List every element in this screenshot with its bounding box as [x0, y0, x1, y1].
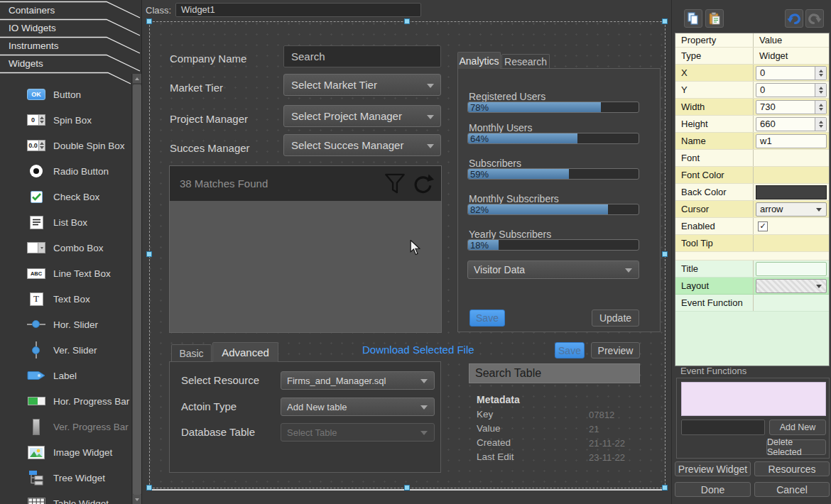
tool-tip-value-cell[interactable]: [754, 235, 829, 251]
resize-handle-top-right[interactable]: [662, 18, 668, 24]
copy-button[interactable]: [684, 9, 702, 28]
x-spinbox[interactable]: 0: [756, 66, 827, 80]
scroll-up-icon[interactable]: [133, 74, 141, 83]
palette-item-table-widget[interactable]: Table Widget: [0, 491, 130, 504]
enabled-checkbox[interactable]: ✓: [758, 221, 768, 231]
select-resource-combobox[interactable]: Firms_and_Manager.sql: [281, 371, 435, 390]
category-tab-widgets[interactable]: Widgets: [9, 57, 43, 70]
category-tab-io-widgets[interactable]: IO Widgets: [9, 22, 56, 34]
palette-item-vertical-progress-bar[interactable]: Ver. Progress Bar: [0, 414, 130, 439]
palette-item-check-box[interactable]: Check Box: [0, 184, 130, 209]
tab-advanced[interactable]: Advanced: [212, 342, 278, 362]
resize-handle-middle-right[interactable]: [662, 251, 668, 257]
list-box-icon: [27, 214, 45, 231]
matches-status-text: 38 Matches Found: [180, 177, 268, 190]
database-table-label: Database Table: [181, 426, 255, 438]
palette-item-double-spin-box[interactable]: 0.0 Double Spin Box: [0, 133, 130, 158]
class-name-input[interactable]: Widget1: [175, 3, 421, 17]
tab-label: Analytics: [459, 55, 499, 67]
analytics-save-button[interactable]: Save: [469, 309, 505, 327]
done-button[interactable]: Done: [675, 482, 751, 497]
palette-item-horizontal-progress-bar[interactable]: Hor. Progress Bar: [0, 388, 130, 414]
tab-basic[interactable]: Basic: [171, 344, 212, 361]
paste-button[interactable]: [705, 9, 724, 28]
palette-item-combo-box[interactable]: Combo Box: [0, 235, 130, 261]
width-spinbox[interactable]: 730: [756, 100, 827, 114]
palette-item-button[interactable]: OK Button: [0, 82, 130, 107]
update-button[interactable]: Update: [592, 309, 639, 327]
palette-item-spin-box[interactable]: 0 Spin Box: [0, 107, 130, 133]
height-spinbox[interactable]: 660: [756, 117, 827, 131]
name-field[interactable]: w1: [756, 134, 827, 148]
palette-item-horizontal-slider[interactable]: Hor. Slider: [0, 312, 130, 337]
palette-item-label: Label: [53, 371, 77, 381]
event-function-value-cell[interactable]: [754, 295, 829, 311]
preview-widget-button[interactable]: Preview Widget: [675, 461, 751, 476]
y-spinbox[interactable]: 0: [756, 83, 827, 97]
scroll-down-icon[interactable]: [133, 495, 141, 504]
succes-manager-combobox[interactable]: Select Succes Manager: [283, 134, 441, 156]
spin-arrows-icon[interactable]: [815, 84, 826, 97]
layout-dropdown[interactable]: [756, 279, 827, 293]
palette-item-tree-widget[interactable]: Tree Widget: [0, 465, 130, 491]
refresh-icon[interactable]: [411, 172, 434, 196]
spin-arrows-icon[interactable]: [815, 67, 826, 80]
database-table-combobox[interactable]: Select Table: [281, 423, 435, 442]
design-canvas[interactable]: Company Name Search Market Tier Select M…: [149, 21, 666, 488]
category-tab-instruments[interactable]: Instruments: [9, 40, 59, 52]
actoin-type-combobox[interactable]: Add New table: [281, 398, 435, 416]
resize-handle-bottom-middle[interactable]: [404, 485, 410, 491]
chevron-down-icon: [420, 431, 428, 435]
project-manager-combobox[interactable]: Select Project Manager: [283, 105, 441, 127]
palette-item-line-text-box[interactable]: ABC Line Text Box: [0, 261, 130, 286]
redo-button[interactable]: [805, 9, 824, 28]
combobox-value: Firms_and_Manager.sql: [287, 376, 386, 386]
title-field[interactable]: [756, 262, 827, 276]
tab-analytics[interactable]: Analytics: [457, 52, 501, 69]
property-row-font: Font: [675, 150, 829, 167]
palette-item-label-widget[interactable]: Label: [0, 363, 130, 388]
font-color-value-cell[interactable]: [754, 167, 829, 183]
horizontal-slider-icon: [27, 316, 45, 333]
resize-handle-top-left[interactable]: [146, 18, 152, 24]
event-function-name-input[interactable]: [681, 420, 765, 435]
chevron-down-icon: [427, 115, 434, 119]
preview-button[interactable]: Preview: [591, 342, 640, 358]
cancel-button[interactable]: Cancel: [754, 482, 830, 497]
visitor-data-combobox[interactable]: Visitor Data: [467, 261, 639, 279]
file-save-button[interactable]: Save: [555, 342, 585, 358]
delete-selected-button[interactable]: Delete Selected: [766, 439, 826, 455]
resize-handle-top-middle[interactable]: [404, 18, 410, 24]
palette-item-list-box[interactable]: List Box: [0, 209, 130, 235]
resources-button[interactable]: Resources: [754, 461, 830, 476]
spin-arrows-icon[interactable]: [815, 118, 826, 131]
scrollbar-thumb[interactable]: [133, 84, 141, 495]
company-search-input[interactable]: Search: [283, 45, 441, 67]
monthly-users-label: Monthly Users: [469, 122, 532, 133]
font-value-cell[interactable]: [754, 150, 829, 166]
event-functions-list[interactable]: [681, 382, 826, 416]
spin-arrows-icon[interactable]: [815, 101, 826, 114]
palette-item-radio-button[interactable]: Radio Button: [0, 158, 130, 184]
matches-list-panel[interactable]: 38 Matches Found: [169, 165, 442, 333]
palette-item-label: Line Text Box: [53, 268, 111, 279]
download-selected-file-link[interactable]: Download Selected File: [362, 344, 474, 356]
add-new-button[interactable]: Add New: [769, 420, 826, 435]
market-tier-combobox[interactable]: Select Market Tier: [283, 74, 441, 96]
palette-item-text-box[interactable]: T Text Box: [0, 286, 130, 312]
search-table-input[interactable]: Search Table: [469, 363, 640, 383]
resize-handle-bottom-right[interactable]: [662, 485, 668, 491]
project-manager-label: Project Manager: [170, 113, 248, 125]
filter-icon[interactable]: [384, 172, 406, 196]
palette-item-vertical-slider[interactable]: Ver. Slider: [0, 337, 130, 363]
palette-scrollbar[interactable]: [131, 74, 141, 504]
resize-handle-middle-left[interactable]: [146, 251, 152, 257]
cursor-dropdown[interactable]: arrow: [756, 202, 827, 217]
back-color-swatch[interactable]: [756, 185, 827, 199]
category-tab-containers[interactable]: Containers: [9, 4, 55, 16]
undo-button[interactable]: [785, 9, 803, 28]
palette-item-image-widget[interactable]: Image Widget: [0, 439, 130, 465]
tab-research[interactable]: Research: [501, 54, 550, 68]
copy-icon: [686, 11, 700, 26]
resize-handle-bottom-left[interactable]: [146, 485, 152, 491]
